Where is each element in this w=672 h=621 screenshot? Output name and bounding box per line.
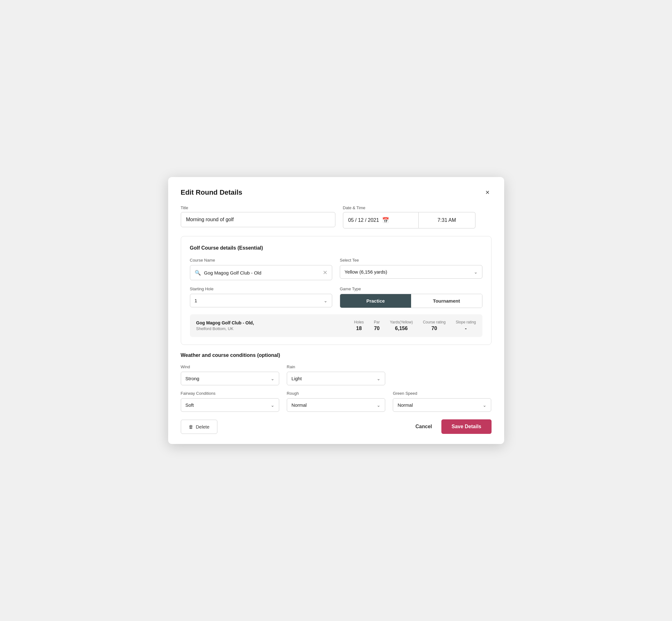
yards-label: Yards(Yellow)	[390, 320, 413, 324]
rough-value: Normal	[292, 402, 307, 408]
course-stats: Holes 18 Par 70 Yards(Yellow) 6,156 Cour…	[308, 320, 476, 331]
fairway-value: Soft	[185, 402, 194, 408]
rough-label: Rough	[287, 391, 385, 396]
title-input[interactable]	[181, 212, 335, 227]
time-input[interactable]: 7:31 AM	[419, 212, 475, 229]
date-time-group: Date & Time 05 / 12 / 2021 📅 7:31 AM	[343, 205, 475, 229]
modal-title: Edit Round Details	[181, 189, 243, 197]
par-value: 70	[374, 326, 380, 331]
date-time-label: Date & Time	[343, 205, 475, 210]
green-speed-dropdown[interactable]: Normal ⌄	[393, 398, 491, 412]
chevron-down-icon: ⌄	[474, 270, 478, 275]
green-speed-label: Green Speed	[393, 391, 491, 396]
wind-group: Wind Strong ⌄	[181, 365, 279, 385]
fairway-group: Fairway Conditions Soft ⌄	[181, 391, 279, 412]
game-type-toggle: Practice Tournament	[340, 294, 482, 308]
edit-round-modal: Edit Round Details × Title Date & Time 0…	[168, 177, 504, 444]
course-rating-stat: Course rating 70	[423, 320, 446, 331]
yards-value: 6,156	[390, 326, 413, 331]
holes-value: 18	[354, 326, 364, 331]
rain-value: Light	[292, 376, 302, 381]
chevron-down-icon: ⌄	[324, 298, 328, 303]
weather-section-title: Weather and course conditions (optional)	[181, 353, 492, 358]
golf-course-section: Golf Course details (Essential) Course N…	[181, 236, 492, 345]
course-name-label: Course Name	[190, 258, 333, 262]
starting-hole-label: Starting Hole	[190, 287, 333, 291]
date-input[interactable]: 05 / 12 / 2021 📅	[343, 212, 419, 229]
select-tee-label: Select Tee	[340, 258, 482, 262]
rain-group: Rain Light ⌄	[287, 365, 385, 385]
course-name-group: Course Name 🔍 ✕	[190, 258, 333, 280]
slope-rating-label: Slope rating	[456, 320, 476, 324]
clear-icon[interactable]: ✕	[323, 269, 328, 276]
course-name-input-wrap[interactable]: 🔍 ✕	[190, 265, 333, 280]
fairway-label: Fairway Conditions	[181, 391, 279, 396]
course-rating-label: Course rating	[423, 320, 446, 324]
course-info-name-text: Gog Magog Golf Club - Old,	[196, 320, 308, 325]
close-button[interactable]: ×	[484, 189, 492, 197]
fairway-dropdown[interactable]: Soft ⌄	[181, 398, 279, 412]
rain-dropdown[interactable]: Light ⌄	[287, 372, 385, 385]
wind-dropdown[interactable]: Strong ⌄	[181, 372, 279, 385]
holes-stat: Holes 18	[354, 320, 364, 331]
rain-label: Rain	[287, 365, 385, 369]
wind-label: Wind	[181, 365, 279, 369]
wind-value: Strong	[185, 376, 199, 381]
course-tee-row: Course Name 🔍 ✕ Select Tee Yellow (6,156…	[190, 258, 482, 280]
rough-group: Rough Normal ⌄	[287, 391, 385, 412]
yards-stat: Yards(Yellow) 6,156	[390, 320, 413, 331]
title-field-group: Title	[181, 205, 335, 227]
rough-dropdown[interactable]: Normal ⌄	[287, 398, 385, 412]
cancel-button[interactable]: Cancel	[412, 420, 435, 433]
course-info-name: Gog Magog Golf Club - Old, Shelford Bott…	[196, 320, 308, 331]
starting-hole-value: 1	[195, 298, 197, 303]
chevron-down-icon: ⌄	[483, 403, 487, 408]
weather-section: Weather and course conditions (optional)…	[181, 353, 492, 412]
footer-right: Cancel Save Details	[412, 419, 492, 434]
chevron-down-icon: ⌄	[377, 376, 380, 381]
golf-section-title: Golf Course details (Essential)	[190, 245, 482, 251]
course-rating-value: 70	[423, 326, 446, 331]
chevron-down-icon: ⌄	[271, 403, 275, 408]
select-tee-value: Yellow (6,156 yards)	[344, 269, 387, 275]
delete-label: Delete	[196, 424, 209, 429]
fairway-rough-green-row: Fairway Conditions Soft ⌄ Rough Normal ⌄…	[181, 391, 492, 412]
date-time-row: 05 / 12 / 2021 📅 7:31 AM	[343, 212, 475, 229]
chevron-down-icon: ⌄	[271, 376, 275, 381]
tournament-button[interactable]: Tournament	[411, 294, 482, 308]
trash-icon: 🗑	[189, 424, 194, 429]
search-icon: 🔍	[195, 270, 201, 276]
starting-hole-group: Starting Hole 1 ⌄	[190, 287, 333, 308]
select-tee-group: Select Tee Yellow (6,156 yards) ⌄	[340, 258, 482, 280]
slope-rating-value: -	[456, 326, 476, 331]
save-button[interactable]: Save Details	[442, 419, 491, 434]
calendar-icon: 📅	[382, 217, 389, 224]
title-label: Title	[181, 205, 335, 210]
slope-rating-stat: Slope rating -	[456, 320, 476, 331]
practice-button[interactable]: Practice	[340, 294, 411, 308]
select-tee-dropdown[interactable]: Yellow (6,156 yards) ⌄	[340, 265, 482, 279]
modal-header: Edit Round Details ×	[181, 189, 492, 197]
course-info-card: Gog Magog Golf Club - Old, Shelford Bott…	[190, 314, 482, 337]
course-name-input[interactable]	[204, 270, 320, 276]
green-speed-group: Green Speed Normal ⌄	[393, 391, 491, 412]
wind-rain-row: Wind Strong ⌄ Rain Light ⌄	[181, 365, 492, 385]
date-value: 05 / 12 / 2021	[348, 217, 379, 223]
par-stat: Par 70	[374, 320, 380, 331]
footer-row: 🗑 Delete Cancel Save Details	[181, 419, 492, 434]
starting-hole-dropdown[interactable]: 1 ⌄	[190, 294, 333, 307]
game-type-group: Game Type Practice Tournament	[340, 287, 482, 308]
delete-button[interactable]: 🗑 Delete	[181, 420, 217, 434]
game-type-label: Game Type	[340, 287, 482, 291]
chevron-down-icon: ⌄	[377, 403, 380, 408]
holes-label: Holes	[354, 320, 364, 324]
course-info-location: Shelford Bottom, UK	[196, 326, 308, 331]
hole-gametype-row: Starting Hole 1 ⌄ Game Type Practice Tou…	[190, 287, 482, 308]
top-row: Title Date & Time 05 / 12 / 2021 📅 7:31 …	[181, 205, 492, 229]
time-value: 7:31 AM	[437, 217, 456, 223]
par-label: Par	[374, 320, 380, 324]
green-speed-value: Normal	[397, 402, 413, 408]
